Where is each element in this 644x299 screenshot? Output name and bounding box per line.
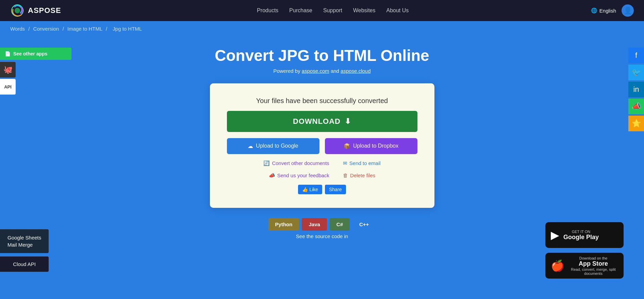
powered-label: Powered by: [273, 68, 300, 74]
aspose-com-link[interactable]: aspose.com: [302, 68, 329, 74]
facebook-like-button[interactable]: 👍 Like: [298, 185, 322, 194]
see-source-text: See the source code in: [296, 233, 348, 239]
nav-purchase[interactable]: Purchase: [289, 7, 312, 14]
like-label: Like: [309, 187, 318, 192]
code-tabs: Python Java C# C++: [268, 218, 376, 231]
tab-csharp[interactable]: C#: [330, 218, 350, 231]
user-avatar[interactable]: 👤: [622, 4, 634, 17]
twitter-button[interactable]: 🐦: [628, 65, 644, 80]
language-button[interactable]: 🌐 English: [591, 7, 616, 14]
download-label: DOWNLOAD: [293, 117, 341, 126]
download-button[interactable]: DOWNLOAD ⬇: [227, 111, 417, 132]
see-other-apps-button[interactable]: 📄 See other apps: [0, 48, 71, 60]
powered-by: Powered by aspose.com and aspose.cloud: [273, 68, 370, 74]
breadcrumb-conversion[interactable]: Conversion: [33, 26, 59, 32]
google-play-bottom: Google Play: [563, 234, 599, 241]
convert-icon: 🔄: [263, 160, 270, 166]
send-email-link[interactable]: ✉ Send to email: [343, 160, 381, 166]
gs-line1: Google Sheets: [7, 235, 41, 240]
globe-icon: 🌐: [591, 7, 597, 14]
cloud-api-button[interactable]: Cloud API: [0, 256, 49, 272]
star-icon: ⭐: [632, 119, 641, 128]
breadcrumb-image-to-html[interactable]: Image to HTML: [67, 26, 102, 32]
app-store-button[interactable]: 🍎 Download on the App Store Read, conver…: [545, 253, 624, 279]
nav-links: Products Purchase Support Websites About…: [75, 7, 591, 14]
aspose-cloud-link[interactable]: aspose.cloud: [341, 68, 370, 74]
email-icon: ✉: [343, 160, 347, 166]
breadcrumb-sep-1: /: [28, 26, 31, 32]
google-sheets-button[interactable]: Google Sheets Mail Merge: [0, 229, 49, 253]
gs-line2: Mail Merge: [7, 242, 33, 248]
linkedin-icon: in: [633, 85, 639, 94]
google-play-text: GET IT ON Google Play: [563, 230, 599, 241]
download-icon: ⬇: [345, 117, 351, 126]
google-play-top: GET IT ON: [563, 230, 599, 234]
share-label: Share: [329, 187, 342, 192]
tab-python[interactable]: Python: [268, 218, 299, 231]
left-sidebar: 📄 See other apps 🐙 API: [0, 48, 71, 95]
breadcrumb-sep-3: /: [106, 26, 109, 32]
facebook-share-button[interactable]: Share: [325, 185, 346, 194]
navbar: ASPOSE Products Purchase Support Website…: [0, 0, 644, 21]
github-button[interactable]: 🐙: [0, 62, 16, 78]
fb-like-row: 👍 Like Share: [298, 185, 346, 194]
announce-icon: 📣: [632, 102, 641, 111]
api-button[interactable]: API: [0, 79, 16, 95]
breadcrumb-sep-2: /: [63, 26, 65, 32]
language-label: English: [599, 8, 616, 14]
app-store-section: ▶ GET IT ON Google Play 🍎 Download on th…: [545, 222, 624, 279]
delete-icon: 🗑: [343, 172, 348, 178]
upload-google-label: Upload to Google: [256, 143, 298, 149]
dropbox-icon: 📦: [344, 143, 350, 149]
upload-dropbox-label: Upload to Dropbox: [353, 143, 398, 149]
convert-other-label: Convert other documents: [272, 160, 329, 166]
cloud-api-label: Cloud API: [13, 261, 36, 267]
star-button[interactable]: ⭐: [628, 116, 644, 131]
feedback-icon: 📣: [269, 172, 275, 179]
tab-cpp[interactable]: C++: [352, 218, 376, 231]
feedback-link[interactable]: 📣 Send us your feedback: [269, 172, 329, 179]
apple-icon: 🍎: [551, 259, 564, 272]
see-other-apps-icon: 📄: [5, 51, 11, 56]
logo-text: ASPOSE: [28, 6, 61, 15]
nav-about-us[interactable]: About Us: [386, 7, 409, 14]
nav-websites[interactable]: Websites: [353, 7, 376, 14]
page-title: Convert JPG to HTML Online: [215, 47, 429, 65]
nav-products[interactable]: Products: [257, 7, 278, 14]
delete-link[interactable]: 🗑 Delete files: [343, 172, 375, 179]
google-play-button[interactable]: ▶ GET IT ON Google Play: [545, 222, 624, 248]
linkedin-button[interactable]: in: [628, 82, 644, 97]
nav-right: 🌐 English 👤: [591, 4, 634, 17]
api-label: API: [4, 84, 12, 89]
upload-row: ☁ Upload to Google 📦 Upload to Dropbox: [227, 138, 417, 154]
center-column: Convert JPG to HTML Online Powered by as…: [193, 47, 451, 239]
google-drive-icon: ☁: [248, 143, 253, 149]
conversion-box: Your files have been successfully conver…: [210, 83, 434, 208]
twitter-icon: 🐦: [632, 68, 641, 77]
svg-point-1: [15, 8, 20, 13]
tab-java[interactable]: Java: [302, 218, 327, 231]
breadcrumb: Words / Conversion / Image to HTML / Jpg…: [0, 21, 644, 36]
app-store-bottom: App Store: [568, 260, 618, 267]
main-content: Convert JPG to HTML Online Powered by as…: [0, 36, 644, 246]
facebook-button[interactable]: f: [628, 48, 644, 63]
right-sidebar: f 🐦 in 📣 ⭐: [628, 48, 644, 131]
upload-google-button[interactable]: ☁ Upload to Google: [227, 138, 319, 154]
bottom-left-buttons: Google Sheets Mail Merge Cloud API: [0, 229, 49, 272]
powered-and: and: [331, 68, 339, 74]
see-other-apps-label: See other apps: [13, 51, 47, 56]
feedback-label: Send us your feedback: [277, 172, 329, 178]
breadcrumb-words[interactable]: Words: [10, 26, 25, 32]
breadcrumb-jpg-to-html: Jpg to HTML: [113, 26, 142, 32]
app-store-top: Download on the: [568, 256, 618, 260]
convert-other-link[interactable]: 🔄 Convert other documents: [263, 160, 329, 166]
logo[interactable]: ASPOSE: [10, 3, 61, 18]
app-store-text: Download on the App Store Read, convert,…: [568, 256, 618, 276]
upload-dropbox-button[interactable]: 📦 Upload to Dropbox: [325, 138, 417, 154]
announce-button[interactable]: 📣: [628, 99, 644, 114]
success-message: Your files have been successfully conver…: [256, 97, 388, 105]
action-links-2: 📣 Send us your feedback 🗑 Delete files: [269, 172, 376, 179]
nav-support[interactable]: Support: [323, 7, 342, 14]
app-store-sub: Read, convert, merge, split documents: [568, 267, 618, 276]
google-play-icon: ▶: [551, 229, 559, 242]
